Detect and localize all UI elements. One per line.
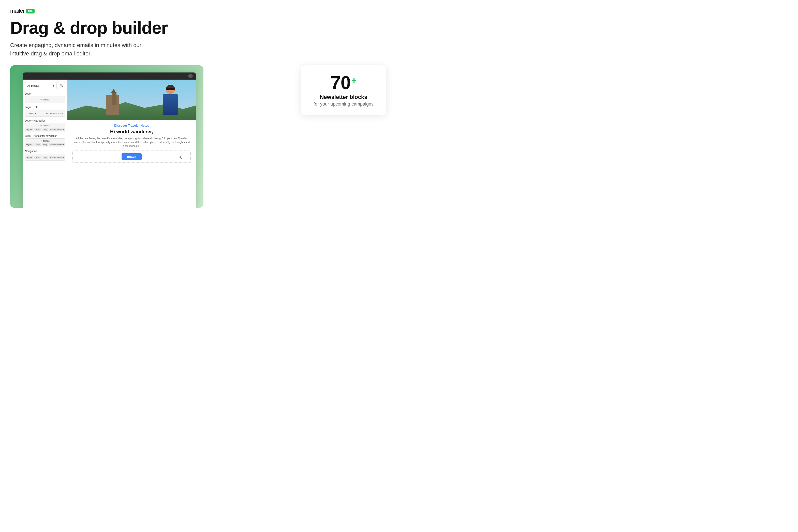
nav-row-preview-2: Flights Travel Blog Accommodation — [25, 143, 65, 146]
page-subtitle: Create engaging, dynamic emails in minut… — [10, 41, 142, 58]
block-label-nav: Navigation — [25, 150, 65, 153]
nav-row-preview-3: Flights Travel Blog Accommodation — [25, 156, 65, 159]
block-label-logo: Logo — [25, 92, 65, 95]
airmail-logo-4: airmail — [40, 139, 50, 142]
block-preview-nav[interactable]: Flights Travel Blog Accommodation — [25, 154, 65, 161]
list-item: Logo + Navigation airmail Flights Travel… — [25, 119, 65, 132]
block-preview-logo-nav[interactable]: airmail Flights Travel Blog Accommodatio… — [25, 123, 65, 132]
stats-number: 70+ — [314, 74, 374, 92]
block-select[interactable]: All blocks ▾ — [25, 82, 57, 89]
editor-window: ↩ All blocks ▾ 🔍 — [23, 73, 196, 208]
airmail-logo: airmail — [40, 98, 50, 101]
editor-mock: ↩ All blocks ▾ 🔍 — [10, 65, 204, 208]
nav-link-9: Flights — [25, 156, 33, 159]
block-preview-logo-title[interactable]: airmail Weekly Newsletter — [25, 110, 65, 117]
list-item: Logo airmail — [25, 92, 65, 103]
logo-area: mailer lite — [10, 7, 389, 14]
hero-image — [68, 80, 196, 120]
airmail-logo-2: airmail — [27, 112, 36, 114]
page-title: Drag & drop builder — [10, 19, 389, 37]
block-select-label: All blocks — [27, 84, 39, 87]
nav-link-5: Flights — [25, 143, 33, 146]
nav-link-7: Blog — [42, 143, 48, 146]
nav-link-3: Blog — [42, 128, 48, 131]
block-label-logo-nav: Logo + Navigation — [25, 119, 65, 122]
email-heading: Hi world wanderer, — [73, 129, 191, 134]
weekly-newsletter: Weekly Newsletter — [46, 112, 63, 114]
nav-link-11: Blog — [42, 156, 48, 159]
stats-label: Newsletter blocks — [314, 94, 374, 100]
logo-badge: lite — [26, 8, 35, 14]
nav-link-6: Travel — [34, 143, 41, 146]
editor-topbar-icon: ↩ — [188, 74, 193, 78]
nav-link-4: Accommodation — [49, 128, 65, 131]
list-item: Logo + Title airmail Weekly Newsletter — [25, 106, 65, 117]
block-preview-logo[interactable]: airmail — [25, 96, 65, 103]
logo-text: mailer — [10, 7, 25, 14]
main-area: 70+ Newsletter blocks for your upcoming … — [10, 65, 389, 208]
editor-topbar: ↩ — [23, 73, 196, 80]
block-preview-logo-h-nav[interactable]: airmail Flights Travel Blog Accommodatio… — [25, 138, 65, 147]
email-preview: Discover Traveler Notes Hi world wandere… — [68, 80, 196, 208]
list-item: Logo + Horizontal navigation airmail Fli… — [25, 134, 65, 147]
email-body: Discover Traveler Notes Hi world wandere… — [68, 120, 196, 166]
nav-link-2: Travel — [34, 128, 41, 131]
stats-sublabel: for your upcoming campaigns — [314, 101, 374, 107]
list-item: Navigation Flights Travel Blog Accommoda… — [25, 150, 65, 161]
hero-tower — [112, 92, 116, 105]
stats-card: 70+ Newsletter blocks for your upcoming … — [301, 65, 386, 115]
search-row: All blocks ▾ 🔍 — [25, 82, 65, 89]
nav-link-10: Travel — [34, 156, 41, 159]
chevron-down-icon: ▾ — [53, 84, 54, 88]
person-sunglasses — [166, 88, 175, 90]
block-label-logo-title: Logo + Title — [25, 106, 65, 109]
nav-row-preview: Flights Travel Blog Accommodation — [25, 128, 65, 131]
editor-inner: All blocks ▾ 🔍 Logo airmail — [23, 80, 196, 208]
email-link[interactable]: Discover Traveler Notes — [73, 124, 191, 128]
hero-person — [160, 85, 180, 120]
cursor-icon: ↖ — [179, 155, 183, 160]
email-body-text: All the new faces, the beautiful memorie… — [73, 136, 191, 148]
email-cta-button[interactable]: Button — [121, 153, 141, 160]
email-button-zone: Button ↖ — [73, 151, 191, 163]
left-panel: All blocks ▾ 🔍 Logo airmail — [23, 80, 68, 208]
person-body — [163, 94, 178, 115]
airmail-logo-3: airmail — [40, 125, 50, 127]
nav-link-8: Accommodation — [49, 143, 65, 146]
nav-link-1: Flights — [25, 128, 33, 131]
nav-link-12: Accommodation — [49, 156, 65, 159]
page-wrapper: mailer lite Drag & drop builder Create e… — [0, 0, 399, 266]
search-button[interactable]: 🔍 — [58, 82, 65, 89]
block-label-logo-h-nav: Logo + Horizontal navigation — [25, 134, 65, 137]
